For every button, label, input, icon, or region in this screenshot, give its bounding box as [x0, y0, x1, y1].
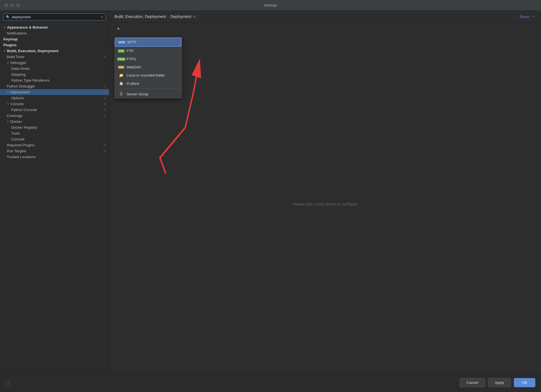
window-title: Settings [264, 3, 277, 7]
back-button[interactable]: ← [531, 14, 536, 19]
dropdown-item-local-folder[interactable]: 📁 Local or mounted folder [115, 71, 182, 79]
settings-icon: ⊟ [104, 108, 106, 111]
breadcrumb-current: Deployment [170, 14, 191, 19]
dropdown-item-label: Local or mounted folder [127, 73, 165, 77]
webdav-icon: DAV [119, 65, 124, 69]
dropdown-item-label: FTPS [127, 57, 136, 61]
sidebar-item-debugger[interactable]: ▼ Debugger [0, 60, 109, 66]
sidebar-item-docker[interactable]: ▼ Docker [0, 119, 109, 124]
dropdown-item-label: WebDAV [127, 65, 141, 69]
sftp-icon: SFTP [119, 40, 124, 44]
server-group-icon: 🗄 [119, 92, 124, 96]
add-server-button[interactable]: + [114, 25, 122, 33]
sidebar-item-tools[interactable]: Tools [0, 130, 109, 136]
ftp-icon: FTP [119, 49, 124, 53]
cancel-button[interactable]: Cancel [460, 378, 485, 387]
settings-tree: ▼ Appearance & Behavior Notifications Ke… [0, 23, 109, 373]
content-header: Build, Execution, Deployment › Deploymen… [109, 11, 541, 23]
sidebar-item-label: Docker [10, 119, 106, 124]
apply-button[interactable]: Apply [488, 378, 511, 387]
sidebar-item-label: Build Tools [7, 55, 104, 59]
sidebar-item-appearance[interactable]: ▼ Appearance & Behavior [0, 24, 109, 30]
sidebar-item-python-debugger[interactable]: Python Debugger ⊟ [0, 83, 109, 89]
dropdown-item-label: SFTP [127, 40, 136, 44]
sidebar-item-plugins[interactable]: Plugins [0, 42, 109, 48]
breadcrumb: Build, Execution, Deployment › Deploymen… [114, 14, 517, 19]
settings-icon: ⊟ [104, 102, 106, 105]
sidebar-item-docker-console[interactable]: Console [0, 136, 109, 142]
chevron-down-icon: ▼ [7, 103, 9, 105]
dropdown-item-label: FTP [127, 49, 134, 53]
sidebar-item-label: Python Type Renderers [11, 78, 106, 82]
sidebar-item-label: Python Debugger [7, 84, 104, 88]
dropdown-item-in-place[interactable]: 🏠 In place [115, 79, 182, 87]
dropdown-item-sftp[interactable]: SFTP SFTP [115, 38, 182, 47]
sidebar-item-run-targets[interactable]: Run Targets ⊟ [0, 148, 109, 154]
check-button[interactable]: ✓ [132, 25, 140, 33]
sidebar-item-options[interactable]: Options ⊟ [0, 95, 109, 101]
dropdown-item-label: In place [127, 81, 139, 86]
maximize-button[interactable] [16, 3, 20, 7]
chevron-down-icon: ▼ [7, 61, 9, 64]
ftps-icon: FTPS [119, 57, 124, 61]
settings-icon: ⊟ [104, 114, 106, 117]
sidebar-item-label: Required Plugins [7, 143, 104, 147]
sidebar-item-label: Deployment [10, 90, 104, 94]
breadcrumb-settings-icon[interactable]: ⊟ [193, 15, 196, 19]
search-area: 🔍 ✕ [0, 11, 109, 23]
clear-search-icon[interactable]: ✕ [100, 15, 103, 19]
dropdown-divider [115, 89, 182, 89]
sidebar-item-label: Notifications [7, 31, 106, 35]
sidebar-item-deployment[interactable]: ▼ Deployment ⊟ [0, 89, 109, 95]
sidebar-item-python-console[interactable]: Python Console ⊟ [0, 107, 109, 113]
chevron-down-icon: ▼ [3, 26, 6, 29]
chevron-down-icon: ▼ [3, 50, 6, 52]
sidebar-item-label: Plugins [3, 43, 106, 47]
sidebar-item-label: Run Targets [7, 149, 104, 153]
sidebar-item-coverage[interactable]: Coverage ⊟ [0, 113, 109, 119]
sidebar-item-label: Console [11, 137, 106, 141]
dropdown-item-server-group[interactable]: 🗄 Server Group [115, 90, 182, 98]
content-panel: Build, Execution, Deployment › Deploymen… [109, 11, 541, 373]
search-icon: 🔍 [6, 15, 10, 19]
home-icon: 🏠 [119, 82, 124, 86]
reset-button[interactable]: Reset [520, 15, 529, 19]
sidebar-item-notifications[interactable]: Notifications [0, 30, 109, 36]
sidebar-item-label: Build, Execution, Deployment [7, 49, 106, 53]
dropdown-item-ftps[interactable]: FTPS FTPS [115, 55, 182, 63]
sidebar-item-data-views[interactable]: Data Views [0, 66, 109, 72]
sidebar-item-label: Coverage [7, 114, 104, 118]
sidebar-item-label: Keymap [3, 37, 106, 41]
sidebar-item-required-plugins[interactable]: Required Plugins ⊟ [0, 142, 109, 148]
dropdown-item-ftp[interactable]: FTP FTP [115, 47, 182, 55]
search-box[interactable]: 🔍 ✕ [3, 13, 106, 20]
main-layout: 🔍 ✕ ▼ Appearance & Behavior Notification… [0, 11, 541, 373]
folder-icon: 📁 [119, 73, 124, 77]
sidebar-item-label: Stepping [11, 72, 106, 77]
sidebar-item-console[interactable]: ▼ Console ⊟ [0, 101, 109, 107]
sidebar-item-label: Debugger [10, 61, 106, 65]
sidebar-item-python-type-renderers[interactable]: Python Type Renderers [0, 77, 109, 83]
sidebar-item-docker-registry[interactable]: Docker Registry [0, 124, 109, 130]
close-button[interactable] [4, 3, 8, 7]
sidebar-item-trusted-locations[interactable]: Trusted Locations [0, 154, 109, 160]
settings-icon: ⊟ [104, 91, 106, 94]
sidebar-item-stepping[interactable]: Stepping [0, 72, 109, 77]
sidebar-item-label: Docker Registry [11, 125, 106, 130]
remove-server-button[interactable]: − [123, 25, 131, 33]
chevron-down-icon: ▼ [7, 91, 9, 94]
sidebar-item-keymap[interactable]: Keymap [0, 36, 109, 42]
minimize-button[interactable] [10, 3, 14, 7]
dropdown-item-webdav[interactable]: DAV WebDAV [115, 63, 182, 71]
settings-icon: ⊟ [104, 149, 106, 153]
ok-button[interactable]: OK [514, 378, 535, 387]
sidebar-item-build-tools[interactable]: Build Tools ⊟ [0, 54, 109, 60]
help-button[interactable]: ? [4, 380, 11, 387]
window-controls [4, 3, 20, 7]
sidebar-item-label: Trusted Locations [7, 155, 106, 159]
breadcrumb-parent: Build, Execution, Deployment [114, 14, 166, 19]
settings-icon: ⊟ [104, 96, 106, 100]
search-input[interactable] [12, 15, 99, 19]
dropdown-item-label: Server Group [127, 92, 148, 96]
sidebar-item-build-exec-deploy[interactable]: ▼ Build, Execution, Deployment [0, 48, 109, 54]
